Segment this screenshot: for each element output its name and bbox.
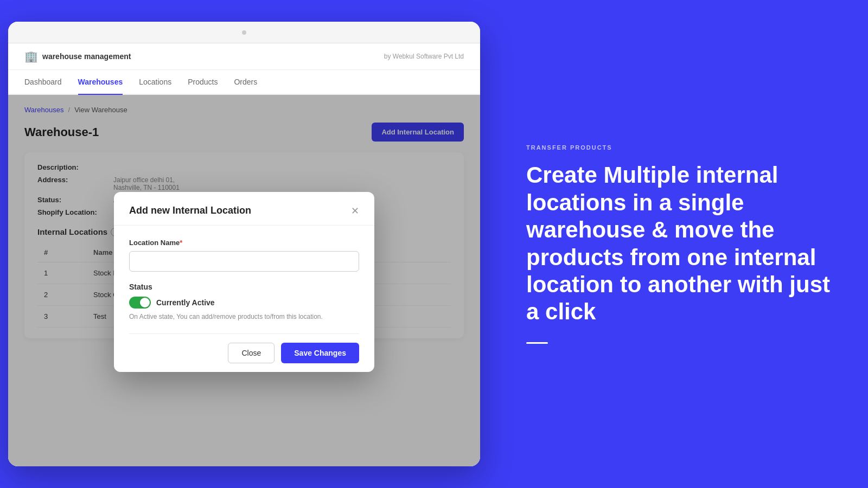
window-bar: [8, 22, 480, 43]
right-panel-tag: TRANSFER PRODUCTS: [526, 144, 830, 151]
right-panel-heading: Create Multiple internal locations in a …: [526, 162, 830, 325]
status-hint: On Active state, You can add/remove prod…: [129, 313, 359, 320]
app-header: 🏢 warehouse management by Webkul Softwar…: [8, 43, 480, 70]
nav-orders[interactable]: Orders: [234, 70, 257, 94]
right-panel: TRANSFER PRODUCTS Create Multiple intern…: [488, 0, 868, 488]
logo-icon: 🏢: [24, 50, 38, 63]
window-dot: [242, 30, 246, 35]
app-window: 🏢 warehouse management by Webkul Softwar…: [8, 22, 480, 466]
status-section-title: Status: [129, 282, 359, 291]
status-toggle[interactable]: [129, 297, 151, 309]
modal-body: Location Name* Status Currently Active O…: [114, 226, 374, 333]
status-section: Status Currently Active On Active state,…: [129, 282, 359, 320]
modal-header: Add new Internal Location ✕: [114, 192, 374, 226]
nav-dashboard[interactable]: Dashboard: [24, 70, 62, 94]
modal-close-button[interactable]: ✕: [351, 206, 359, 216]
modal-title: Add new Internal Location: [129, 205, 251, 216]
app-content: Warehouses / View Warehouse Warehouse-1 …: [8, 95, 480, 466]
modal-footer: Close Save Changes: [114, 334, 374, 372]
toggle-row: Currently Active: [129, 297, 359, 309]
app-by-text: by Webkul Software Pvt Ltd: [384, 53, 464, 60]
toggle-label: Currently Active: [156, 298, 215, 307]
app-logo: 🏢 warehouse management: [24, 50, 131, 63]
save-changes-button[interactable]: Save Changes: [281, 343, 359, 363]
nav-products[interactable]: Products: [188, 70, 218, 94]
close-button[interactable]: Close: [228, 343, 275, 363]
location-name-label: Location Name*: [129, 239, 359, 247]
app-nav: Dashboard Warehouses Locations Products …: [8, 70, 480, 95]
modal-overlay: Add new Internal Location ✕ Location Nam…: [8, 95, 480, 466]
logo-text: warehouse management: [42, 52, 131, 61]
location-name-input[interactable]: [129, 251, 359, 272]
right-panel-divider: [526, 342, 548, 344]
nav-warehouses[interactable]: Warehouses: [78, 70, 123, 94]
modal-dialog: Add new Internal Location ✕ Location Nam…: [114, 192, 374, 372]
nav-locations[interactable]: Locations: [139, 70, 171, 94]
